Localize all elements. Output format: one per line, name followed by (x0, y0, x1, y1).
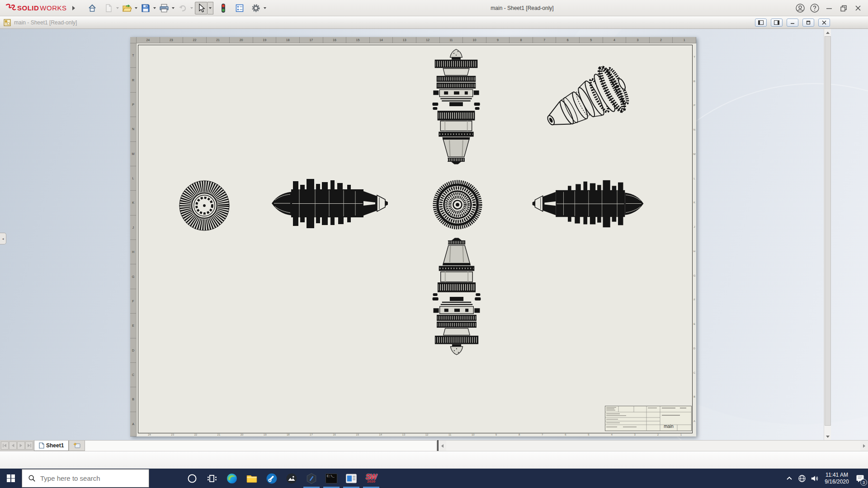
drawing-view-top[interactable] (431, 48, 481, 164)
sheet-zone-ruler-right: TRPNMLKJHGFEDCBA (693, 45, 696, 433)
scroll-right-button[interactable] (860, 441, 868, 451)
doc-minimize-button[interactable] (787, 19, 798, 27)
zone-label: 21 (207, 433, 230, 436)
wrench-icon (266, 473, 278, 484)
doc-pane-right-button[interactable] (771, 19, 783, 27)
help-button[interactable] (807, 0, 822, 16)
sheet-paper[interactable]: 242322212019181716151413121110987654321 … (137, 43, 696, 436)
vertical-scrollbar-thumb[interactable] (825, 36, 831, 426)
feature-manager-collapse-handle[interactable]: ◂ (0, 233, 6, 244)
photos-button[interactable] (282, 469, 302, 488)
title-block-part-name: main (657, 424, 680, 429)
brand-light: WORKS (40, 4, 66, 12)
chevron-up-icon (786, 475, 793, 482)
zone-label: 6 (554, 433, 577, 436)
drawing-view-rear[interactable] (433, 180, 482, 230)
tab-sheet1[interactable]: Sheet1 (34, 441, 69, 451)
volume-button[interactable] (808, 469, 821, 488)
taskbar-clock[interactable]: 11:41 AM 9/16/2020 (821, 469, 853, 488)
quick-access-toolbar (86, 0, 268, 16)
drawing-sheet: 242322212019181716151413121110987654321 … (130, 37, 696, 436)
save-icon (141, 4, 150, 13)
start-button[interactable] (0, 469, 22, 488)
zone-label: 23 (160, 37, 184, 43)
interference-check-button[interactable] (217, 2, 230, 14)
print-dropdown[interactable] (170, 2, 176, 14)
doc-restore-button[interactable] (802, 19, 814, 27)
save-dropdown[interactable] (152, 2, 158, 14)
taskbar-search[interactable] (22, 469, 149, 488)
new-document-dropdown[interactable] (115, 2, 121, 14)
action-center-button[interactable]: 3 (853, 469, 868, 488)
arrow-up-icon (826, 32, 830, 34)
brand-chevron-icon[interactable] (72, 6, 75, 10)
zone-label: 3 (623, 433, 646, 436)
zone-label: K (130, 191, 136, 215)
doc-pane-left-button[interactable] (755, 19, 767, 27)
solidworks-2020-button[interactable]: SW 2020 (361, 469, 381, 488)
tray-expand-button[interactable] (783, 469, 796, 488)
zone-label: 8 (509, 37, 533, 43)
app-window-button[interactable] (341, 469, 361, 488)
options-dropdown[interactable] (262, 2, 268, 14)
zone-label: 13 (393, 37, 416, 43)
open-dropdown[interactable] (133, 2, 139, 14)
close-button[interactable] (851, 0, 865, 16)
select-tool-button[interactable] (195, 2, 208, 14)
scroll-down-button[interactable] (824, 433, 831, 440)
drawing-view-front[interactable] (178, 179, 231, 232)
previous-sheet-button[interactable] (9, 441, 17, 450)
last-sheet-button[interactable] (25, 441, 33, 450)
new-document-button[interactable] (102, 2, 115, 14)
save-button[interactable] (139, 2, 152, 14)
document-window-controls (755, 19, 830, 27)
document-window-bar: main - Sheet1 [Read-only] (0, 16, 868, 29)
edge-button[interactable] (222, 469, 242, 488)
restore-button[interactable] (836, 0, 851, 16)
undo-dropdown[interactable] (189, 2, 195, 14)
drawing-view-bottom[interactable] (431, 238, 482, 356)
next-sheet-button[interactable] (17, 441, 25, 450)
search-input[interactable] (40, 474, 131, 482)
design-table-button[interactable] (233, 2, 246, 14)
scroll-up-button[interactable] (824, 29, 831, 36)
options-button[interactable] (250, 2, 262, 14)
drawing-view-left-side[interactable] (270, 178, 389, 230)
account-button[interactable] (793, 0, 807, 16)
zone-label: 17 (300, 37, 323, 43)
first-sheet-button[interactable] (1, 441, 9, 450)
add-sheet-button[interactable] (69, 441, 85, 451)
drawing-view-isometric[interactable] (539, 57, 643, 143)
scroll-left-button[interactable] (439, 441, 446, 451)
zone-label: B (130, 387, 136, 412)
brand-bold: SOLID (17, 4, 39, 12)
solidworks-window: SOLIDWORKS (0, 0, 868, 488)
file-explorer-button[interactable] (242, 469, 262, 488)
open-button[interactable] (121, 2, 133, 14)
window-controls (793, 0, 865, 16)
hexagon-app-button[interactable] (302, 469, 321, 488)
home-button[interactable] (86, 2, 99, 14)
vertical-scrollbar[interactable] (824, 29, 831, 440)
network-button[interactable] (796, 469, 808, 488)
zone-label: 24 (137, 37, 160, 43)
horizontal-scrollbar[interactable] (439, 440, 868, 451)
cortana-button[interactable] (182, 469, 202, 488)
undo-button[interactable] (176, 2, 189, 14)
clock-time: 11:41 AM (826, 472, 848, 479)
minimize-button[interactable] (822, 0, 836, 16)
select-tool-dropdown[interactable] (208, 2, 213, 14)
sheet-zone-ruler-bottom: 242322212019181716151413121110987654321 (138, 433, 693, 436)
task-view-button[interactable] (202, 469, 222, 488)
options-gear-icon (251, 4, 260, 13)
zone-label: T (130, 43, 136, 68)
zone-label: 7 (533, 37, 557, 43)
horizontal-scrollbar-track[interactable] (446, 441, 860, 451)
doc-close-button[interactable] (818, 19, 830, 27)
graphics-area[interactable]: 242322212019181716151413121110987654321 … (0, 29, 868, 440)
support-tool-button[interactable] (262, 469, 282, 488)
command-prompt-button[interactable]: C:\_ (321, 469, 341, 488)
drawing-view-right-side[interactable] (529, 179, 647, 229)
print-button[interactable] (158, 2, 170, 14)
zone-label: M (693, 142, 696, 166)
